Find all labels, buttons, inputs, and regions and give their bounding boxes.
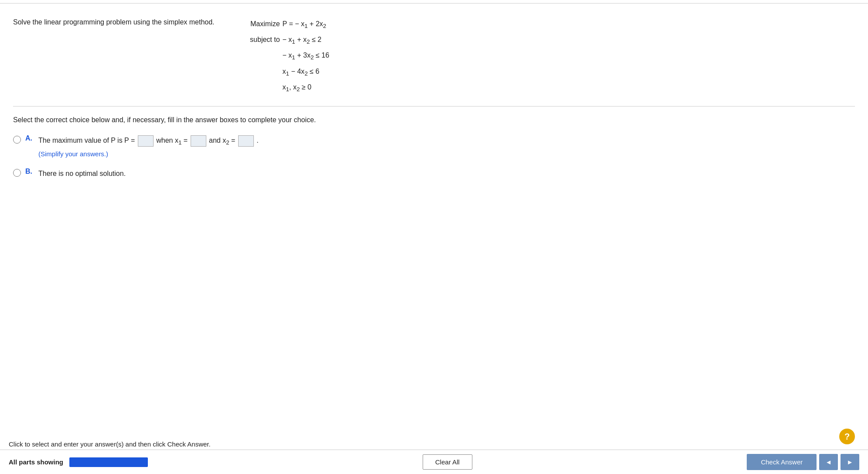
choice-a-period: . xyxy=(256,137,258,144)
select-instruction: Select the correct choice below and, if … xyxy=(13,116,855,124)
choice-a-letter: A. xyxy=(25,134,34,142)
clear-all-button[interactable]: Clear All xyxy=(423,454,472,470)
bottom-bar: All parts showing Clear All Check Answer… xyxy=(0,450,868,474)
problem-math: Maximize P = − x1 + 2x2 subject to − x1 … xyxy=(232,17,329,96)
constraint-3: x1, x2 ≥ 0 xyxy=(283,80,311,96)
choice-b-content: There is no optimal solution. xyxy=(38,170,126,177)
math-constraint-row-0: subject to − x1 + x2 ≤ 2 xyxy=(232,32,329,48)
choice-b-row: B. There is no optimal solution. xyxy=(13,168,855,179)
choice-a-and: and x2 = xyxy=(209,137,237,144)
bottom-center: Clear All xyxy=(423,454,472,470)
choice-a-row: A. The maximum value of P is P = when x1… xyxy=(13,134,855,160)
maximize-label: Maximize xyxy=(232,17,280,31)
next-button[interactable]: ► xyxy=(841,454,859,470)
math-constraint-row-1: − x1 + 3x2 ≤ 16 xyxy=(232,48,329,64)
objective-expr: P = − x1 + 2x2 xyxy=(283,17,326,32)
choice-a-prefix: The maximum value of P is P = xyxy=(38,137,135,144)
all-parts-label: All parts showing xyxy=(9,458,63,466)
choice-b-text: There is no optimal solution. xyxy=(38,168,126,179)
check-answer-button[interactable]: Check Answer xyxy=(747,454,817,470)
help-icon: ? xyxy=(844,432,850,442)
help-button[interactable]: ? xyxy=(839,429,855,444)
subject-to-label: subject to xyxy=(232,32,280,47)
problem-description-text: Solve the linear programming problem usi… xyxy=(13,18,215,26)
math-constraint-row-3: x1, x2 ≥ 0 xyxy=(232,80,329,96)
choice-a-radio[interactable] xyxy=(13,136,21,144)
answer-box-p[interactable] xyxy=(138,135,154,147)
constraint-0: − x1 + x2 ≤ 2 xyxy=(283,32,321,48)
choice-a-simplify: (Simplify your answers.) xyxy=(38,148,259,160)
prev-button[interactable]: ◄ xyxy=(819,454,838,470)
choice-a-when: when x1 = xyxy=(156,137,189,144)
constraint-2: x1 − 4x2 ≤ 6 xyxy=(283,64,320,80)
choice-b-letter: B. xyxy=(25,168,34,175)
choice-b-radio[interactable] xyxy=(13,169,21,177)
choice-a-line1: The maximum value of P is P = when x1 = … xyxy=(38,134,259,148)
choices: A. The maximum value of P is P = when x1… xyxy=(13,134,855,179)
choice-a-text: The maximum value of P is P = when x1 = … xyxy=(38,134,259,160)
constraint-1: − x1 + 3x2 ≤ 16 xyxy=(283,48,329,64)
footer-instruction: Click to select and enter your answer(s)… xyxy=(9,440,211,448)
bottom-right: Check Answer ◄ ► xyxy=(747,454,859,470)
problem-description: Solve the linear programming problem usi… xyxy=(13,17,215,28)
bottom-left: All parts showing xyxy=(9,457,148,467)
math-constraint-row-2: x1 − 4x2 ≤ 6 xyxy=(232,64,329,80)
progress-bar xyxy=(69,457,148,467)
problem-section: Solve the linear programming problem usi… xyxy=(13,17,855,106)
simplify-note: (Simplify your answers.) xyxy=(38,150,108,158)
answer-box-x1[interactable] xyxy=(191,135,206,147)
answer-box-x2[interactable] xyxy=(238,135,254,147)
math-objective-row: Maximize P = − x1 + 2x2 xyxy=(232,17,329,32)
